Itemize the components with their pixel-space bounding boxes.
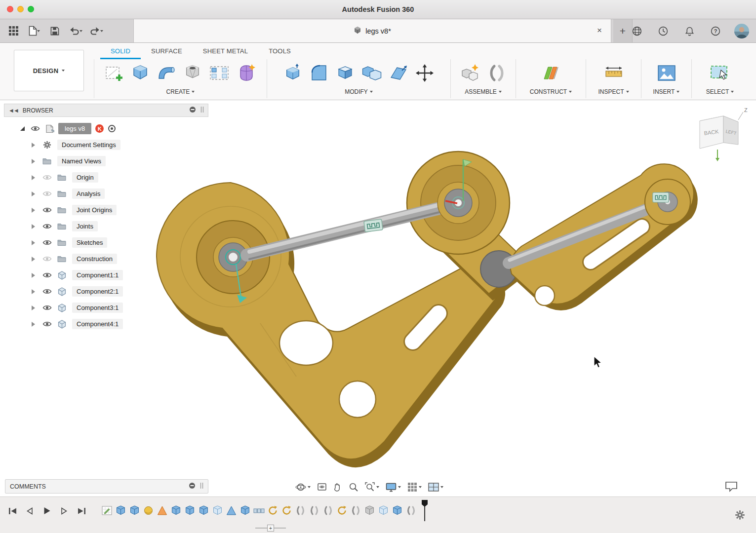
joint-icon[interactable] bbox=[487, 64, 506, 84]
timeline-op-box-icon[interactable] bbox=[170, 505, 182, 516]
workspace-switcher[interactable]: DESIGN bbox=[14, 50, 84, 91]
timeline-op-gold-icon[interactable] bbox=[143, 505, 154, 516]
browser-item-named-views[interactable]: Named Views bbox=[4, 153, 208, 169]
shell-icon[interactable] bbox=[336, 64, 355, 84]
timeline-op-jointop-icon[interactable] bbox=[295, 505, 306, 516]
offset-face-icon[interactable] bbox=[389, 64, 408, 84]
expand-caret-icon[interactable] bbox=[32, 159, 35, 164]
new-file-button[interactable] bbox=[25, 23, 43, 39]
app-launcher-button[interactable] bbox=[4, 23, 23, 39]
timeline-op-revolve-icon[interactable] bbox=[336, 505, 348, 516]
collapse-panel-icon[interactable]: ◄◄ bbox=[8, 107, 18, 114]
expand-caret-icon[interactable] bbox=[32, 143, 35, 148]
hole-icon[interactable] bbox=[183, 64, 202, 84]
browser-item-component4-1[interactable]: Component4:1 bbox=[4, 316, 208, 332]
timeline-op-revolve-icon[interactable] bbox=[281, 505, 292, 516]
timeline-op-jointop-icon[interactable] bbox=[309, 505, 320, 516]
expand-caret-icon[interactable] bbox=[32, 191, 35, 196]
expand-caret-icon[interactable] bbox=[32, 257, 35, 262]
select-icon[interactable] bbox=[710, 64, 730, 84]
ribbon-group-label[interactable]: CONSTRUCT bbox=[530, 88, 572, 98]
timeline-op-box-icon[interactable] bbox=[129, 505, 140, 516]
browser-item-joint-origins[interactable]: Joint Origins bbox=[4, 202, 208, 218]
fillet-icon[interactable] bbox=[310, 64, 328, 84]
visibility-eye-icon[interactable] bbox=[40, 256, 54, 262]
activate-radio[interactable] bbox=[108, 125, 116, 132]
visibility-eye-icon[interactable] bbox=[40, 207, 54, 213]
ribbon-group-label[interactable]: ASSEMBLE bbox=[465, 88, 502, 98]
expand-caret-icon[interactable] bbox=[32, 224, 35, 229]
timeline-op-box-icon[interactable] bbox=[392, 505, 403, 516]
new-component-icon[interactable] bbox=[460, 63, 480, 85]
browser-header[interactable]: ◄◄ BROWSER bbox=[4, 104, 208, 117]
save-button[interactable] bbox=[45, 23, 64, 39]
visibility-eye-icon[interactable] bbox=[40, 190, 54, 197]
timeline-playhead[interactable] bbox=[421, 499, 428, 524]
timeline-op-revolve-icon[interactable] bbox=[267, 505, 279, 516]
profile-avatar[interactable] bbox=[732, 23, 751, 39]
press-pull-icon[interactable] bbox=[283, 64, 302, 84]
grid-and-snaps[interactable] bbox=[407, 482, 422, 492]
browser-root-row[interactable]: legs v8 K bbox=[4, 120, 208, 137]
recent-button[interactable] bbox=[654, 23, 673, 39]
viewports[interactable] bbox=[428, 483, 443, 492]
tab-sheet-metal[interactable]: SHEET METAL bbox=[193, 44, 258, 59]
expand-caret-icon[interactable] bbox=[32, 208, 35, 213]
timeline-settings-gear-icon[interactable] bbox=[735, 510, 745, 522]
timeline-zoom-slider[interactable]: + bbox=[255, 525, 286, 532]
timeline-op-dims-icon[interactable] bbox=[253, 505, 265, 516]
expand-caret-icon[interactable] bbox=[32, 322, 35, 327]
timeline-op-tri-blue-icon[interactable] bbox=[226, 505, 237, 516]
timeline-op-tri-orange-icon[interactable] bbox=[157, 505, 168, 516]
step-forward-button[interactable] bbox=[58, 504, 71, 517]
measure-icon[interactable] bbox=[604, 64, 624, 84]
browser-item-sketches[interactable]: Sketches bbox=[4, 234, 208, 251]
timeline-op-box-icon[interactable] bbox=[198, 505, 209, 516]
close-tab-icon[interactable]: × bbox=[594, 25, 605, 36]
combine-icon[interactable] bbox=[362, 64, 382, 84]
timeline-op-jointop-icon[interactable] bbox=[405, 505, 417, 516]
visibility-eye-icon[interactable] bbox=[40, 321, 54, 327]
expand-caret-icon[interactable] bbox=[32, 240, 35, 245]
construct-plane-icon[interactable] bbox=[541, 63, 561, 85]
look-at-tool[interactable] bbox=[317, 482, 327, 492]
document-tab[interactable]: legs v8* × bbox=[133, 19, 611, 42]
panel-resize-handle[interactable] bbox=[200, 482, 203, 491]
step-back-button[interactable] bbox=[23, 504, 36, 517]
tab-solid[interactable]: SOLID bbox=[100, 44, 141, 59]
move-copy-icon[interactable] bbox=[415, 64, 434, 84]
browser-item-document-settings[interactable]: Document Settings bbox=[4, 137, 208, 153]
ribbon-group-label[interactable]: INSPECT bbox=[598, 88, 629, 98]
browser-item-construction[interactable]: Construction bbox=[4, 251, 208, 267]
visibility-eye-icon[interactable] bbox=[40, 305, 54, 311]
browser-item-joints[interactable]: Joints bbox=[4, 218, 208, 234]
tab-tools[interactable]: TOOLS bbox=[258, 44, 301, 59]
ribbon-group-label[interactable]: SELECT bbox=[706, 88, 734, 98]
visibility-eye-icon[interactable] bbox=[40, 174, 54, 181]
tab-surface[interactable]: SURFACE bbox=[141, 44, 193, 59]
pan-tool[interactable] bbox=[333, 482, 342, 492]
ribbon-group-label[interactable]: INSERT bbox=[653, 88, 680, 98]
timeline-op-box-light-icon[interactable] bbox=[212, 505, 223, 516]
timeline-op-box-light-icon[interactable] bbox=[378, 505, 389, 516]
fit-view-tool[interactable] bbox=[365, 482, 379, 492]
comment-bubble-button[interactable] bbox=[725, 481, 738, 494]
expand-caret-icon[interactable] bbox=[20, 126, 25, 131]
browser-root-label[interactable]: legs v8 bbox=[58, 123, 91, 134]
visibility-eye-icon[interactable] bbox=[40, 288, 54, 295]
expand-caret-icon[interactable] bbox=[32, 289, 35, 294]
create-form-icon[interactable] bbox=[237, 63, 256, 85]
go-to-end-button[interactable] bbox=[75, 504, 88, 517]
visibility-eye-icon[interactable] bbox=[40, 272, 54, 278]
browser-item-component1-1[interactable]: Component1:1 bbox=[4, 267, 208, 283]
display-settings[interactable] bbox=[386, 482, 401, 492]
undo-button[interactable] bbox=[66, 23, 85, 39]
timeline-op-sketch-icon[interactable] bbox=[101, 505, 113, 516]
help-button[interactable]: ? bbox=[706, 23, 725, 39]
rectangular-pattern-icon[interactable] bbox=[209, 64, 229, 84]
panel-resize-handle[interactable] bbox=[200, 106, 204, 114]
expand-caret-icon[interactable] bbox=[32, 175, 35, 180]
expand-caret-icon[interactable] bbox=[32, 273, 35, 278]
slider-handle[interactable]: + bbox=[267, 525, 274, 532]
browser-item-origin[interactable]: Origin bbox=[4, 169, 208, 186]
